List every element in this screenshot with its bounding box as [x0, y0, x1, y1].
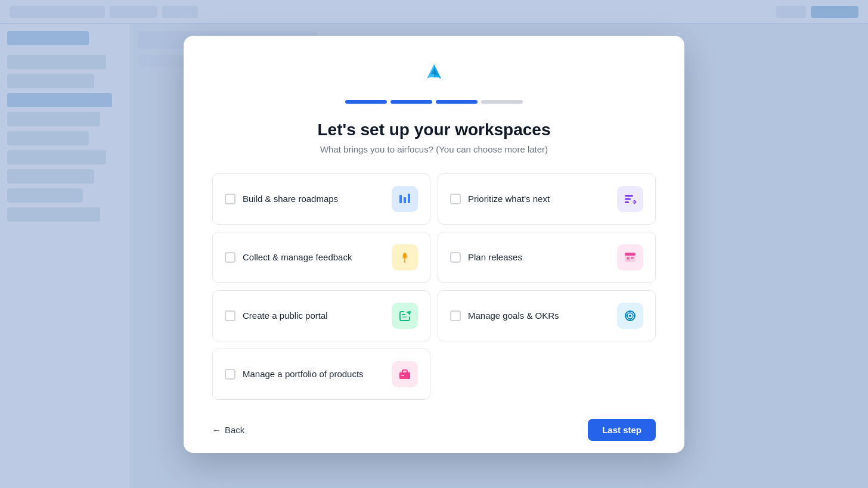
checkbox-manage-goals[interactable]: [450, 310, 461, 321]
svg-point-10: [404, 259, 405, 260]
icon-plan-releases: [617, 244, 643, 271]
icon-manage-goals: [617, 303, 643, 329]
modal-subtitle: What brings you to airfocus? (You can ch…: [320, 144, 548, 154]
last-step-label: Last step: [602, 425, 641, 435]
label-manage-goals: Manage goals & OKRs: [468, 310, 610, 321]
last-step-button[interactable]: Last step: [588, 419, 656, 441]
checkbox-plan-releases[interactable]: [450, 252, 461, 263]
checkbox-prioritize[interactable]: [450, 194, 461, 204]
option-public-portal[interactable]: Create a public portal: [212, 290, 430, 341]
option-manage-portfolio[interactable]: Manage a portfolio of products: [212, 349, 430, 400]
icon-feedback: [392, 244, 418, 271]
option-feedback[interactable]: Collect & manage feedback: [212, 232, 430, 283]
airfocus-logo: [420, 60, 448, 88]
icon-build-roadmaps: [392, 186, 418, 212]
svg-rect-1: [399, 195, 402, 203]
label-plan-releases: Plan releases: [468, 252, 610, 262]
checkbox-feedback[interactable]: [225, 252, 235, 263]
option-build-roadmaps[interactable]: Build & share roadmaps: [212, 173, 430, 225]
svg-rect-11: [404, 260, 405, 263]
progress-bar: [345, 100, 523, 104]
checkbox-manage-portfolio[interactable]: [225, 369, 235, 380]
svg-rect-16: [627, 259, 630, 260]
option-plan-releases[interactable]: Plan releases: [438, 232, 656, 283]
svg-point-21: [629, 315, 631, 317]
svg-point-9: [403, 253, 407, 259]
option-prioritize[interactable]: Prioritize what's next: [438, 173, 656, 225]
svg-rect-18: [402, 316, 407, 318]
label-feedback: Collect & manage feedback: [243, 252, 385, 262]
svg-rect-4: [625, 195, 633, 197]
back-label: Back: [225, 425, 244, 435]
back-button[interactable]: ← Back: [212, 425, 244, 435]
modal-title: Let's set up your workspaces: [317, 120, 550, 139]
modal-backdrop: Let's set up your workspaces What brings…: [0, 0, 868, 488]
progress-segment-2: [390, 100, 432, 104]
svg-rect-13: [625, 253, 636, 256]
label-public-portal: Create a public portal: [243, 310, 385, 321]
icon-prioritize: [617, 186, 643, 212]
svg-rect-15: [631, 257, 634, 259]
svg-rect-28: [401, 375, 404, 376]
label-prioritize: Prioritize what's next: [468, 194, 610, 204]
svg-rect-6: [625, 201, 629, 203]
icon-manage-portfolio: [392, 361, 418, 387]
checkbox-public-portal[interactable]: [225, 310, 235, 321]
progress-segment-4: [481, 100, 523, 104]
modal-footer: ← Back Last step: [212, 419, 656, 441]
back-arrow-icon: ←: [212, 425, 221, 435]
svg-rect-5: [625, 198, 631, 200]
svg-rect-14: [627, 257, 630, 259]
option-manage-goals[interactable]: Manage goals & OKRs: [438, 290, 656, 341]
svg-rect-27: [399, 372, 410, 379]
label-build-roadmaps: Build & share roadmaps: [243, 194, 385, 204]
svg-rect-2: [404, 197, 406, 203]
svg-rect-3: [408, 194, 410, 203]
icon-public-portal: [392, 303, 418, 329]
progress-segment-1: [345, 100, 387, 104]
progress-segment-3: [436, 100, 478, 104]
svg-rect-17: [402, 314, 405, 315]
setup-modal: Let's set up your workspaces What brings…: [184, 36, 684, 453]
checkbox-build-roadmaps[interactable]: [225, 194, 235, 204]
options-grid: Build & share roadmaps Prioritize what's…: [212, 173, 656, 400]
label-manage-portfolio: Manage a portfolio of products: [243, 369, 385, 379]
